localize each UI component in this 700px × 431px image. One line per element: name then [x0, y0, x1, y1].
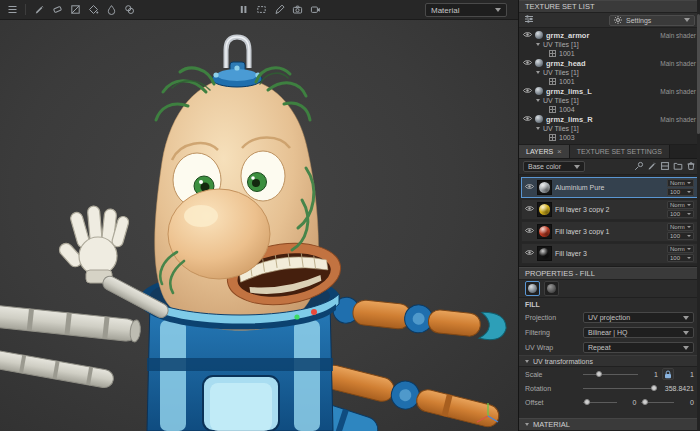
filtering-dropdown[interactable]: Bilinear | HQ	[583, 327, 694, 338]
polygon-fill-tool-icon[interactable]	[85, 2, 101, 18]
layer-thumbnail[interactable]	[537, 224, 552, 239]
camera-icon[interactable]	[289, 2, 305, 18]
fill-section-heading[interactable]: FILL	[519, 298, 700, 310]
blend-mode-dropdown[interactable]: Norm	[667, 179, 694, 187]
visibility-eye-icon[interactable]	[523, 115, 532, 124]
fill-material-mode-button[interactable]	[525, 281, 540, 296]
fill-layer-icon[interactable]	[660, 161, 670, 173]
tab-texture-set-settings-label: TEXTURE SET SETTINGS	[577, 148, 662, 155]
properties-header[interactable]: PROPERTIES - FILL	[519, 267, 700, 280]
uv-tile-item[interactable]: 1004	[519, 105, 700, 114]
tab-layers[interactable]: LAYERS ×	[519, 145, 570, 158]
texture-set-row[interactable]: grmz_lims_L Main shader	[519, 86, 700, 96]
scale-slider[interactable]	[583, 369, 638, 379]
projection-tool-icon[interactable]	[67, 2, 83, 18]
paint-layer-icon[interactable]	[647, 161, 657, 173]
pen-icon[interactable]	[271, 2, 287, 18]
rotation-slider[interactable]	[583, 383, 656, 393]
layer-thumbnail[interactable]	[537, 180, 552, 195]
chevron-down-icon	[684, 18, 690, 22]
shader-label[interactable]: Main shader	[660, 88, 696, 95]
viewport-3d[interactable]	[0, 20, 518, 431]
blend-mode-dropdown[interactable]: Norm	[667, 245, 694, 253]
uv-tiles-label: UV Tiles [1]	[543, 41, 579, 48]
scale-row: Scale 1 1	[519, 367, 700, 381]
visibility-eye-icon[interactable]	[525, 205, 534, 214]
smudge-tool-icon[interactable]	[103, 2, 119, 18]
uv-transformations-header[interactable]: UV transformations	[519, 355, 700, 367]
close-icon[interactable]: ×	[557, 147, 562, 156]
viewport-toolbar-group	[235, 2, 323, 18]
uv-tiles-row[interactable]: UV Tiles [1]	[519, 124, 700, 133]
layer-controls: Norm 100	[667, 223, 694, 240]
projection-dropdown[interactable]: UV projection	[583, 312, 694, 323]
layer-thumbnail[interactable]	[537, 246, 552, 261]
shader-label[interactable]: Main shader	[660, 60, 696, 67]
uv-tiles-row[interactable]: UV Tiles [1]	[519, 96, 700, 105]
layer-row[interactable]: Aluminium Pure Norm 100	[521, 177, 698, 198]
texture-set-list-header[interactable]: TEXTURE SET LIST	[519, 0, 700, 13]
layer-name: Aluminium Pure	[555, 184, 664, 191]
offset-v-slider[interactable]	[641, 397, 675, 407]
eraser-tool-icon[interactable]	[49, 2, 65, 18]
brush-tool-icon[interactable]	[31, 2, 47, 18]
rotation-value[interactable]: 358.8421	[660, 385, 694, 392]
opacity-dropdown[interactable]: 100	[667, 188, 694, 196]
visibility-eye-icon[interactable]	[525, 183, 534, 192]
tab-texture-set-settings[interactable]: TEXTURE SET SETTINGS	[570, 145, 670, 158]
uv-tile-item[interactable]: 1001	[519, 77, 700, 86]
opacity-dropdown[interactable]: 100	[667, 254, 694, 262]
texture-set-settings-row: Settings	[519, 13, 700, 28]
layer-name: Fill layer 3 copy 1	[555, 228, 664, 235]
offset-u-value[interactable]: 0	[621, 399, 637, 406]
blend-mode-dropdown[interactable]: Norm	[667, 223, 694, 231]
texture-set-row[interactable]: grmz_head Main shader	[519, 58, 700, 68]
uv-tile-item[interactable]: 1001	[519, 49, 700, 58]
pause-icon[interactable]	[235, 2, 251, 18]
offset-u-slider[interactable]	[583, 397, 617, 407]
layer-thumbnail[interactable]	[537, 202, 552, 217]
opacity-dropdown[interactable]: 100	[667, 232, 694, 240]
texture-set-row[interactable]: grmz_lims_R Main shader	[519, 114, 700, 124]
shader-label[interactable]: Main shader	[660, 116, 696, 123]
filter-sliders-icon[interactable]	[524, 14, 534, 26]
visibility-eye-icon[interactable]	[525, 227, 534, 236]
filtering-row: Filtering Bilinear | HQ	[519, 325, 700, 340]
video-icon[interactable]	[307, 2, 323, 18]
channel-filter-dropdown[interactable]: Base color	[523, 161, 585, 172]
gear-icon	[614, 16, 622, 25]
add-folder-icon[interactable]	[673, 161, 683, 173]
menu-icon[interactable]	[4, 2, 20, 18]
scale-value[interactable]: 1	[642, 371, 658, 378]
uv-tile-item[interactable]: 1003	[519, 133, 700, 142]
visibility-eye-icon[interactable]	[523, 87, 532, 96]
clone-tool-icon[interactable]	[121, 2, 137, 18]
layer-row[interactable]: Fill layer 3 Norm 100	[521, 243, 698, 264]
texture-set-row[interactable]: grmz_armor Main shader	[519, 30, 700, 40]
shader-label[interactable]: Main shader	[660, 32, 696, 39]
layer-row[interactable]: Fill layer 3 copy 2 Norm 100	[521, 199, 698, 220]
character-model	[0, 20, 518, 431]
add-effect-icon[interactable]	[634, 161, 644, 173]
viewport-mode-dropdown[interactable]: Material	[425, 3, 507, 17]
uv-wrap-dropdown[interactable]: Repeat	[583, 342, 694, 353]
blend-mode-dropdown[interactable]: Norm	[667, 201, 694, 209]
opacity-dropdown[interactable]: 100	[667, 210, 694, 218]
visibility-eye-icon[interactable]	[523, 31, 532, 40]
uv-tiles-row[interactable]: UV Tiles [1]	[519, 40, 700, 49]
material-section-header[interactable]: MATERIAL	[519, 418, 700, 431]
fill-texture-mode-button[interactable]	[544, 281, 559, 296]
scale-value-v[interactable]: 1	[678, 371, 694, 378]
delete-layer-icon[interactable]	[686, 161, 696, 173]
visibility-eye-icon[interactable]	[523, 59, 532, 68]
uv-tiles-row[interactable]: UV Tiles [1]	[519, 68, 700, 77]
offset-v-value[interactable]: 0	[678, 399, 694, 406]
material-sphere-icon	[535, 31, 543, 39]
marquee-icon[interactable]	[253, 2, 269, 18]
settings-button[interactable]: Settings	[609, 15, 695, 26]
panel-tabs: LAYERS × TEXTURE SET SETTINGS	[519, 145, 700, 159]
visibility-eye-icon[interactable]	[525, 249, 534, 258]
layer-row[interactable]: Fill layer 3 copy 1 Norm 100	[521, 221, 698, 242]
chevron-down-icon	[683, 331, 689, 335]
lock-icon[interactable]	[662, 368, 674, 380]
